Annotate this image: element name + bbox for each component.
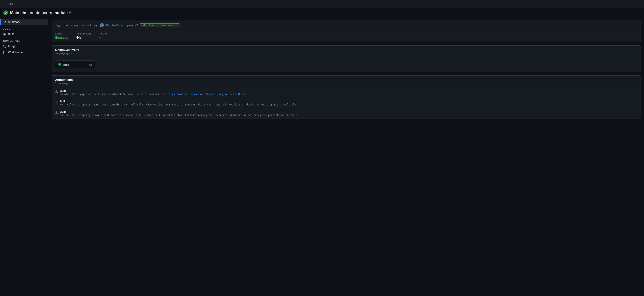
run-number: #1 <box>69 10 73 15</box>
status-stat: Status Success <box>55 32 68 40</box>
main-layout: Summary Jobs Build Run details Usage <box>0 17 644 296</box>
usage-label: Usage <box>8 44 16 48</box>
top-bar: ← Build <box>0 0 644 8</box>
artifacts-value: – <box>99 36 108 40</box>
status-value: Success <box>55 36 68 40</box>
svg-point-0 <box>4 10 8 15</box>
file-icon <box>3 50 6 54</box>
annotation-job-1: Build <box>60 89 245 92</box>
warning-icon-2: ⚠ <box>55 100 58 104</box>
annotation-message-2: Non-nullable property 'Name' must contai… <box>60 103 298 106</box>
workflow-trigger: on: pull_request <box>55 52 637 55</box>
warning-icon-1: ⚠ <box>55 90 58 94</box>
warning-icon-3: ⚠ <box>55 111 58 114</box>
workflow-card-header: GhostLyzer.yaml on: pull_request <box>52 46 640 57</box>
annotation-message-3: Non-nullable property 'Email' must conta… <box>60 114 299 116</box>
annotations-card: Annotations 11 warnings ⚠ Build ubuntu-l… <box>52 76 641 119</box>
build-success-icon <box>3 32 6 36</box>
workflow-name: GhostLyzer.yaml <box>55 48 637 52</box>
back-arrow-icon: ← <box>3 2 6 6</box>
avatar: 👤 <box>100 23 104 27</box>
sidebar-item-summary[interactable]: Summary <box>0 19 48 25</box>
annotation-job-2: Build <box>60 100 298 103</box>
annotation-link-1[interactable]: https://github.com/actions/runner-images… <box>168 93 245 96</box>
annotation-job-3: Build <box>60 110 299 113</box>
back-link[interactable]: ← Build <box>3 2 14 6</box>
user-link[interactable]: Christian-Schou <box>106 24 124 27</box>
annotation-item-3: ⚠ Build Non-nullable property 'Email' mu… <box>52 108 640 118</box>
annotation-item-1: ⚠ Build ubuntu-latest pipelines will use… <box>52 87 640 98</box>
home-icon <box>3 20 6 24</box>
annotation-content-2: Build Non-nullable property 'Name' must … <box>60 100 298 106</box>
workflow-card: GhostLyzer.yaml on: pull_request Build 3… <box>52 45 641 72</box>
job-item[interactable]: Build 32s <box>55 60 95 69</box>
back-label: Build <box>8 2 14 6</box>
info-card: Triggered via pull request 2 minutes ago… <box>52 20 641 42</box>
annotations-count: 11 warnings <box>55 82 637 85</box>
artifacts-stat: Artifacts – <box>99 32 108 40</box>
branch-badge[interactable]: main-chs-create-users-mod... <box>140 24 180 27</box>
annotation-content-3: Build Non-nullable property 'Email' must… <box>60 110 299 116</box>
jobs-section-label: Jobs <box>0 25 48 31</box>
main-content: Triggered via pull request 2 minutes ago… <box>48 17 644 296</box>
sidebar-item-build[interactable]: Build <box>0 31 48 37</box>
clock-icon <box>3 44 6 48</box>
artifacts-label: Artifacts <box>99 32 108 35</box>
workflow-file-label: Workflow file <box>8 50 24 54</box>
job-success-icon <box>58 63 61 66</box>
sidebar-item-workflow-file[interactable]: Workflow file <box>0 49 48 55</box>
success-check-icon <box>3 10 8 15</box>
info-card-stats: Status Success Total duration 44s Artifa… <box>52 30 640 42</box>
page-title: Main chs create users module #1 <box>10 10 73 15</box>
duration-label: Total duration <box>76 32 91 35</box>
build-job-label: Build <box>8 32 14 36</box>
annotation-item-2: ⚠ Build Non-nullable property 'Name' mus… <box>52 98 640 108</box>
annotation-message-1: ubuntu-latest pipelines will use ubuntu-… <box>60 93 245 96</box>
duration-value: 44s <box>76 36 91 40</box>
job-name: Build <box>63 63 86 66</box>
summary-label: Summary <box>8 20 20 24</box>
svg-point-1 <box>4 33 6 36</box>
duration-stat: Total duration 44s <box>76 32 91 40</box>
info-card-header: Triggered via pull request 2 minutes ago… <box>52 21 640 30</box>
job-duration: 32s <box>88 63 92 66</box>
pr-opened-text: opened #4 <box>126 24 138 27</box>
run-details-label: Run details <box>0 37 48 43</box>
svg-point-2 <box>58 63 61 66</box>
annotation-content-1: Build ubuntu-latest pipelines will use u… <box>60 89 245 96</box>
sidebar-item-usage[interactable]: Usage <box>0 43 48 49</box>
sidebar: Summary Jobs Build Run details Usage <box>0 17 48 296</box>
title-row: Main chs create users module #1 <box>0 8 644 17</box>
annotations-header: Annotations 11 warnings <box>52 76 640 87</box>
trigger-text: Triggered via pull request 2 minutes ago <box>55 24 98 26</box>
annotations-title: Annotations <box>55 78 637 82</box>
status-label: Status <box>55 32 68 35</box>
workflow-card-body: Build 32s <box>52 57 640 72</box>
